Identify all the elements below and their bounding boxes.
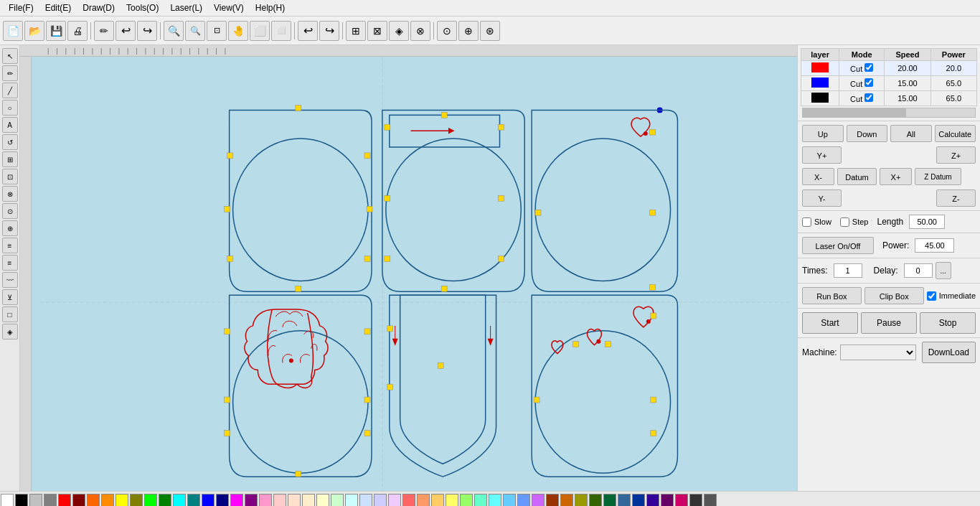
tb-select-rect[interactable]: ⬜ xyxy=(250,21,270,41)
tb-redo[interactable]: ↪ xyxy=(137,21,157,41)
canvas-area[interactable]: | | | | | | | | | | | | | | | | | | | | … xyxy=(20,45,797,491)
palette-color-19[interactable] xyxy=(273,494,286,507)
layer-row-blue[interactable]: Cut 15.00 65.0 xyxy=(801,76,977,91)
lt-rotate[interactable]: ↺ xyxy=(2,134,18,150)
btn-run-box[interactable]: Run Box xyxy=(802,287,862,304)
palette-color-0[interactable] xyxy=(1,494,14,507)
tb-print[interactable]: 🖨 xyxy=(67,21,88,41)
lt-align[interactable]: ≡ xyxy=(2,238,18,253)
palette-color-38[interactable] xyxy=(546,494,559,507)
palette-color-7[interactable] xyxy=(101,494,114,507)
lt-wave[interactable]: 〰 xyxy=(2,272,18,288)
palette-color-43[interactable] xyxy=(618,494,631,507)
btn-y-plus[interactable]: Y+ xyxy=(802,146,842,164)
canvas-main[interactable] xyxy=(32,57,797,491)
palette-color-33[interactable] xyxy=(474,494,487,507)
length-input[interactable] xyxy=(909,215,945,229)
tb-tool4[interactable]: ⊕ xyxy=(458,21,479,41)
btn-x-minus[interactable]: X- xyxy=(802,168,834,185)
palette-color-18[interactable] xyxy=(259,494,272,507)
btn-pause[interactable]: Pause xyxy=(861,312,917,334)
btn-clip-box[interactable]: Clip Box xyxy=(864,287,924,304)
palette-color-21[interactable] xyxy=(302,494,315,507)
palette-color-16[interactable] xyxy=(230,494,243,507)
palette-color-36[interactable] xyxy=(517,494,530,507)
tb-align-left[interactable]: ⊞ xyxy=(346,21,366,41)
palette-color-20[interactable] xyxy=(288,494,301,507)
palette-color-42[interactable] xyxy=(603,494,616,507)
tb-pan[interactable]: 🤚 xyxy=(228,21,248,41)
palette-color-35[interactable] xyxy=(503,494,516,507)
palette-color-30[interactable] xyxy=(431,494,444,507)
btn-all[interactable]: All xyxy=(890,125,932,142)
tb-tool3[interactable]: ⊙ xyxy=(437,21,457,41)
btn-up[interactable]: Up xyxy=(802,125,844,142)
palette-color-11[interactable] xyxy=(159,494,171,507)
lt-grid[interactable]: ⊞ xyxy=(2,151,18,167)
panel-scrollbar[interactable] xyxy=(802,108,976,118)
palette-color-5[interactable] xyxy=(72,494,85,507)
palette-color-13[interactable] xyxy=(187,494,200,507)
lt-ellipse[interactable]: ○ xyxy=(2,100,18,116)
palette-color-3[interactable] xyxy=(44,494,57,507)
tb-save[interactable]: 💾 xyxy=(46,21,66,41)
btn-calculate[interactable]: Calculate xyxy=(935,125,976,142)
canvas-svg[interactable] xyxy=(32,57,797,491)
tb-undo[interactable]: ↩ xyxy=(116,21,136,41)
btn-download[interactable]: DownLoad xyxy=(922,342,976,363)
tb-zoom-out[interactable]: 🔍 xyxy=(185,21,205,41)
palette-color-9[interactable] xyxy=(130,494,143,507)
btn-y-minus[interactable]: Y- xyxy=(802,189,842,207)
slow-checkbox[interactable] xyxy=(802,217,811,227)
layer-row-red[interactable]: Cut 20.00 20.0 xyxy=(801,61,977,76)
menu-view[interactable]: View(V) xyxy=(208,1,250,14)
lt-line[interactable]: ╱ xyxy=(2,83,18,98)
palette-color-34[interactable] xyxy=(489,494,501,507)
menu-tools[interactable]: Tools(O) xyxy=(121,1,164,14)
immediate-checkbox[interactable] xyxy=(927,291,936,301)
tb-tool1[interactable]: ◈ xyxy=(389,21,409,41)
layer-row-black[interactable]: Cut 15.00 65.0 xyxy=(801,91,977,106)
palette-color-22[interactable] xyxy=(316,494,329,507)
btn-laser-on-off[interactable]: Laser On/Off xyxy=(802,237,874,254)
palette-color-39[interactable] xyxy=(560,494,573,507)
menu-draw[interactable]: Draw(D) xyxy=(77,1,121,14)
tb-zoom-in[interactable]: 🔍 xyxy=(164,21,184,41)
palette-color-32[interactable] xyxy=(460,494,473,507)
palette-color-46[interactable] xyxy=(661,494,674,507)
machine-dropdown[interactable] xyxy=(840,345,916,360)
tb-tool5[interactable]: ⊛ xyxy=(480,21,500,41)
palette-color-1[interactable] xyxy=(15,494,28,507)
lt-crosshair[interactable]: ◈ xyxy=(2,324,18,339)
btn-z-datum[interactable]: Z Datum xyxy=(915,168,961,185)
tb-zoom-fit[interactable]: ⊡ xyxy=(207,21,227,41)
palette-color-47[interactable] xyxy=(675,494,688,507)
menu-help[interactable]: Help(H) xyxy=(250,1,291,14)
lt-polygon[interactable]: ⊕ xyxy=(2,220,18,236)
palette-color-41[interactable] xyxy=(589,494,602,507)
power-input[interactable] xyxy=(915,238,954,253)
palette-color-44[interactable] xyxy=(632,494,645,507)
tb-align-center[interactable]: ⊠ xyxy=(367,21,387,41)
palette-color-49[interactable] xyxy=(704,494,717,507)
palette-color-15[interactable] xyxy=(216,494,229,507)
palette-color-48[interactable] xyxy=(689,494,702,507)
tb-select-all[interactable]: ⬜ xyxy=(271,21,291,41)
lt-draw[interactable]: ✏ xyxy=(2,65,18,81)
lt-circle[interactable]: ⊙ xyxy=(2,203,18,219)
palette-color-25[interactable] xyxy=(359,494,372,507)
palette-color-26[interactable] xyxy=(374,494,387,507)
btn-delay-more[interactable]: ... xyxy=(936,262,951,279)
lt-pointer[interactable]: ↖ xyxy=(2,48,18,64)
tb-redo2[interactable]: ↪ xyxy=(319,21,339,41)
palette-color-10[interactable] xyxy=(144,494,157,507)
btn-z-plus[interactable]: Z+ xyxy=(936,146,976,164)
lt-bool[interactable]: ⊻ xyxy=(2,289,18,305)
palette-color-28[interactable] xyxy=(402,494,415,507)
palette-color-4[interactable] xyxy=(58,494,71,507)
tb-open[interactable]: 📂 xyxy=(24,21,44,41)
btn-z-minus[interactable]: Z- xyxy=(936,189,976,207)
lt-node[interactable]: ⊡ xyxy=(2,169,18,184)
btn-x-plus[interactable]: X+ xyxy=(880,168,912,185)
lt-bezier[interactable]: ⊗ xyxy=(2,186,18,202)
